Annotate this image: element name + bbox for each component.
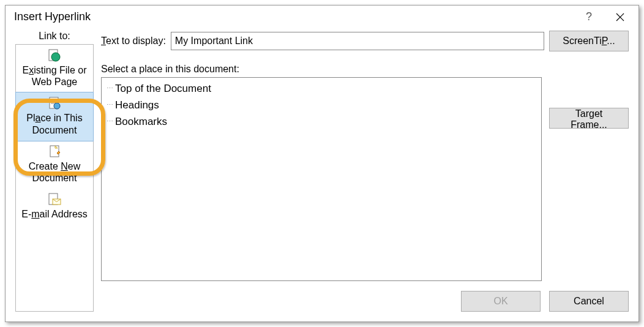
- upper-section: Link to: Existing File or Web Page Place…: [15, 31, 629, 312]
- sidebar-item-label: Place in This Document: [26, 112, 82, 135]
- close-icon[interactable]: [609, 10, 631, 24]
- dialog-footer: OK Cancel: [101, 281, 629, 312]
- file-web-icon: [47, 48, 62, 63]
- sidebar-item-label: Existing File or Web Page: [23, 64, 87, 88]
- text-to-display-row: Text to display: ScreenTiP...: [101, 31, 629, 51]
- tree-item-top[interactable]: ⋯Top of the Document: [107, 80, 536, 97]
- document-place-icon: [47, 96, 62, 111]
- main-panel: Text to display: ScreenTiP... Select a p…: [101, 31, 629, 312]
- text-to-display-input[interactable]: [171, 32, 544, 50]
- screentip-button[interactable]: ScreenTiP...: [549, 31, 629, 51]
- cancel-button[interactable]: Cancel: [549, 291, 629, 312]
- link-to-sidebar: Link to: Existing File or Web Page Place…: [15, 31, 94, 312]
- help-icon[interactable]: ?: [582, 9, 596, 24]
- sidebar-item-label: E-mail Address: [21, 208, 88, 220]
- link-to-label: Link to:: [39, 31, 70, 42]
- sidebar-item-email-address[interactable]: E-mail Address: [16, 189, 93, 225]
- target-frame-button[interactable]: Target Frame...: [549, 108, 629, 129]
- tree-item-bookmarks[interactable]: ⋯Bookmarks: [107, 113, 536, 130]
- sidebar-item-create-new[interactable]: Create New Document: [16, 141, 93, 189]
- dialog-title: Insert Hyperlink: [14, 10, 91, 23]
- insert-hyperlink-dialog: Insert Hyperlink ? Link to: Existing Fil…: [5, 5, 639, 322]
- tree-item-headings[interactable]: ⋯Headings: [107, 97, 536, 113]
- text-to-display-label: Text to display:: [101, 36, 166, 47]
- svg-rect-6: [50, 146, 59, 157]
- svg-point-3: [51, 53, 60, 61]
- sidebar-items: Existing File or Web Page Place in This …: [15, 44, 94, 312]
- right-button-column: Target Frame...: [549, 77, 629, 281]
- tree-row: ⋯Top of the Document ⋯Headings ⋯Bookmark…: [101, 77, 629, 281]
- dialog-body: Link to: Existing File or Web Page Place…: [6, 28, 638, 321]
- tree-guide-icon: ⋯: [107, 83, 113, 94]
- ok-button[interactable]: OK: [461, 291, 541, 312]
- email-icon: [47, 192, 62, 207]
- sidebar-item-place-in-document[interactable]: Place in This Document: [15, 92, 94, 141]
- titlebar: Insert Hyperlink ?: [6, 6, 638, 28]
- select-place-label: Select a place in this document:: [101, 64, 629, 75]
- titlebar-controls: ?: [582, 9, 631, 24]
- tree-guide-icon: ⋯: [107, 116, 113, 127]
- svg-point-5: [54, 103, 60, 109]
- spacer: [549, 77, 629, 102]
- sidebar-item-label: Create New Document: [29, 160, 80, 184]
- new-document-icon: [47, 145, 62, 159]
- tree-guide-icon: ⋯: [107, 100, 113, 111]
- document-places-tree[interactable]: ⋯Top of the Document ⋯Headings ⋯Bookmark…: [101, 77, 542, 281]
- sidebar-item-existing-file[interactable]: Existing File or Web Page: [16, 45, 93, 92]
